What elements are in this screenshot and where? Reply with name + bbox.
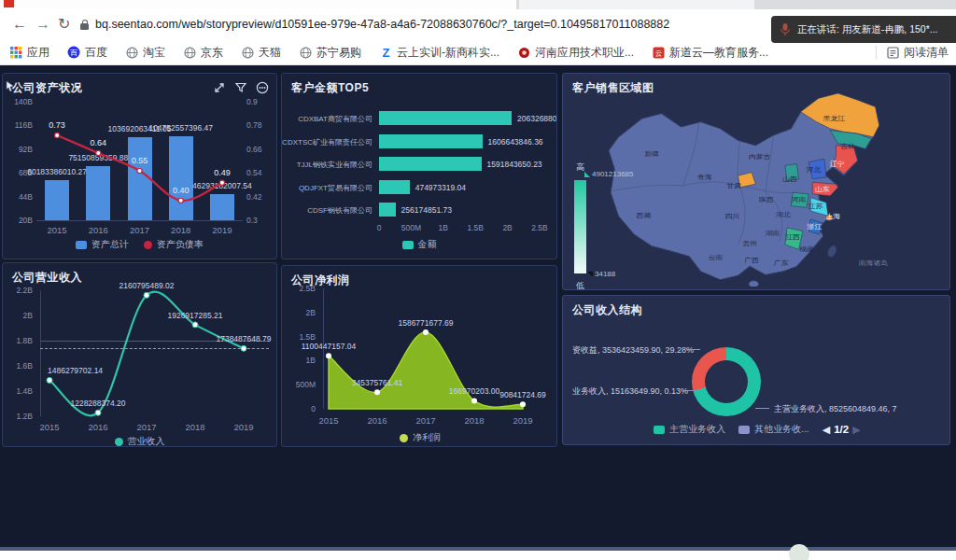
filter-icon[interactable] — [234, 81, 247, 94]
bookmark-item[interactable]: 应用 — [9, 45, 49, 61]
more-menu-icon[interactable] — [256, 81, 269, 94]
province-label: 广东 — [774, 259, 789, 266]
y-axis-tick: 0.9 — [246, 97, 274, 106]
line-point[interactable] — [144, 292, 149, 298]
line-point[interactable] — [471, 398, 477, 403]
panel-title: 公司净利润 — [291, 273, 350, 288]
province-label: 内蒙古 — [749, 153, 771, 161]
province-label: 湖北 — [776, 211, 791, 218]
bar[interactable] — [128, 137, 152, 220]
cursor-icon — [6, 80, 16, 92]
line-point[interactable] — [423, 329, 429, 335]
bar[interactable] — [379, 203, 396, 217]
bar-value-label: 474973319.04 — [415, 183, 466, 192]
y-axis-tick: 2.2B — [5, 286, 33, 295]
line-point[interactable] — [95, 410, 101, 415]
bookmark-item[interactable]: Z云上实训-新商科实... — [379, 45, 499, 61]
bookmark-item[interactable]: 百百度 — [67, 45, 107, 61]
pager-prev-icon[interactable]: ◀ — [822, 424, 830, 436]
y-axis-tick: 0.42 — [246, 192, 274, 202]
line-value-label: 0.40 — [173, 186, 190, 195]
bookmark-favicon-baidu-icon: 百 — [67, 46, 80, 59]
line-point[interactable] — [326, 353, 331, 358]
panel-title: 公司营业收入 — [12, 270, 82, 286]
bar-value-label: 256174851.73 — [401, 205, 452, 215]
y-axis-tick: 1.4B — [5, 386, 33, 396]
scale-max-marker-icon — [584, 172, 590, 177]
legend-pager: ◀1/2▶ — [822, 424, 861, 436]
background-tab[interactable] — [519, 0, 754, 9]
bookmark-favicon-red-badge-icon — [517, 46, 530, 59]
province-hainan[interactable] — [749, 281, 759, 287]
ssl-padlock-icon[interactable] — [80, 23, 89, 30]
reading-list-button[interactable]: 阅读清单 — [886, 45, 949, 61]
bar[interactable] — [86, 166, 110, 220]
legend-item[interactable]: 净利润 — [400, 431, 441, 444]
donut-chart[interactable] — [692, 347, 761, 416]
pager-next-icon[interactable]: ▶ — [852, 424, 860, 436]
line-value-label: 0.64 — [91, 138, 107, 147]
expand-icon[interactable] — [213, 81, 226, 94]
legend-item[interactable]: 营业收入 — [115, 435, 165, 447]
active-tab[interactable] — [0, 0, 516, 9]
legend-item[interactable]: 金额 — [402, 238, 437, 251]
svg-text:Z: Z — [382, 47, 389, 59]
y-axis-tick: 2B — [284, 308, 316, 317]
x-axis-label: 2017 — [130, 225, 149, 235]
bar[interactable] — [379, 157, 482, 171]
chart-legend: 主营业务收入其他业务收...◀1/2▶ — [563, 423, 950, 436]
bookmark-item[interactable]: 云新道云—教育服务... — [652, 45, 768, 61]
bookmarks-bar: 应用百百度淘宝京东天猫苏宁易购Z云上实训-新商科实...河南应用技术职业...云… — [0, 39, 956, 65]
bookmark-item[interactable]: 苏宁易购 — [299, 45, 361, 61]
back-button[interactable]: ← — [12, 15, 27, 34]
line-point[interactable] — [47, 377, 52, 383]
bookmark-item[interactable]: 天猫 — [241, 45, 281, 61]
reload-button[interactable]: ↻ — [58, 15, 70, 34]
bar[interactable] — [379, 134, 483, 148]
footer-bar — [0, 551, 956, 560]
bar[interactable] — [379, 111, 512, 125]
bar[interactable] — [45, 180, 69, 220]
assets-chart: 140B116B92B68B44B20B0.90.780.660.540.420… — [3, 74, 276, 259]
line-point[interactable] — [520, 401, 526, 407]
bookmark-label: 京东 — [201, 45, 223, 61]
x-axis-tick: 1B — [439, 223, 448, 232]
panel-toolbar — [213, 81, 269, 94]
x-axis-tick: 500M — [401, 223, 421, 232]
legend-item[interactable]: 资产总计 — [76, 238, 129, 251]
pager-text: 1/2 — [834, 424, 849, 435]
legend-item[interactable]: 其他业务收... — [738, 423, 808, 436]
panel-title: 公司收入结构 — [572, 302, 642, 318]
legend-item[interactable]: 主营业务收入 — [654, 423, 725, 436]
url-text[interactable]: bq.seentao.com/web/storypreview/d10591ee… — [95, 18, 749, 31]
bar[interactable] — [169, 136, 193, 220]
scale-gradient-bar — [574, 180, 586, 273]
legend-item[interactable]: 资产负债率 — [144, 238, 204, 251]
province-label: 湖南 — [765, 230, 780, 237]
line-point[interactable] — [374, 389, 380, 395]
point-value-label: 2160795489.02 — [119, 281, 174, 290]
x-axis-tick: 0 — [377, 223, 382, 232]
bookmark-favicon-globe-icon — [125, 46, 138, 59]
chart-legend: 资产总计资产负债率 — [3, 238, 276, 251]
province-taiwan[interactable] — [826, 245, 838, 258]
bar[interactable] — [379, 180, 410, 194]
bookmark-item[interactable]: 京东 — [183, 45, 223, 61]
forward-button[interactable]: → — [35, 15, 50, 34]
panel-title: 公司资产状况 — [12, 80, 82, 96]
callout-line — [682, 390, 696, 391]
line-point[interactable] — [55, 133, 60, 137]
y-axis-tick: 20B — [5, 216, 33, 225]
category-label: QDJFXT贸易有限公司 — [282, 183, 373, 193]
x-axis-label: 2015 — [39, 422, 59, 432]
bar[interactable] — [210, 194, 234, 220]
legend-marker — [400, 434, 408, 442]
screen: ← → ↻ bq.seentao.com/web/storypreview/d1… — [0, 0, 956, 560]
line-point[interactable] — [192, 322, 198, 328]
china-map[interactable]: 新疆西藏青海甘肃内蒙古黑龙江吉林辽宁河北山西山东河南江苏上海浙江湖北陕西四川湖南… — [591, 85, 944, 287]
y-axis-tick: 2B — [5, 311, 33, 320]
tab-favicon-fragment — [4, 0, 14, 7]
province-label: 河南 — [792, 196, 807, 203]
bookmark-item[interactable]: 淘宝 — [125, 45, 165, 61]
bookmark-item[interactable]: 河南应用技术职业... — [517, 45, 634, 61]
